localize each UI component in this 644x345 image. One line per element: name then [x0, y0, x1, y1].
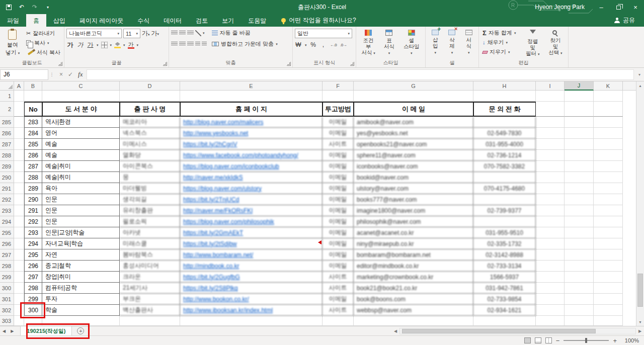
cell-E1[interactable]	[180, 91, 323, 102]
font-size-select[interactable]: 11▾	[123, 29, 140, 38]
cell-A293[interactable]	[14, 205, 24, 216]
cell-I300[interactable]	[536, 283, 565, 294]
align-right-button[interactable]	[187, 42, 194, 46]
cell-E288[interactable]: https://www.facebook.com/photoandyhong/	[180, 150, 323, 161]
column-header-F[interactable]: F	[323, 81, 354, 91]
cell-D303[interactable]	[120, 316, 180, 326]
cell-E294[interactable]: https://blog.naver.com/philosophik	[180, 216, 323, 227]
cell-G300[interactable]: book21@book21.co.kr	[354, 283, 473, 294]
orientation-button[interactable]	[195, 30, 201, 36]
cell-C289[interactable]: 예술|취미	[42, 161, 120, 172]
align-left-button[interactable]	[171, 42, 178, 46]
column-header-K[interactable]: K	[594, 81, 623, 91]
cell-A285[interactable]	[14, 117, 24, 128]
cell-G290[interactable]: bookid@naver.com	[354, 172, 473, 183]
format-as-table-button[interactable]: 표서식 ▾	[380, 29, 398, 56]
row-header-301[interactable]: 301	[0, 294, 14, 305]
cell-I292[interactable]	[536, 194, 565, 205]
alignment-dialog-launcher[interactable]	[287, 62, 291, 66]
cell-E292[interactable]: https://bit.ly/2TnjUCd	[180, 194, 323, 205]
cell-D285[interactable]: 메코리아	[120, 117, 180, 128]
column-header-D[interactable]: D	[120, 81, 180, 91]
cell-I287[interactable]	[536, 139, 565, 150]
column-header-E[interactable]: E	[180, 81, 323, 91]
cell-H294[interactable]	[473, 216, 536, 227]
cell-D293[interactable]: 유리창출판	[120, 205, 180, 216]
cell-D299[interactable]: 크라운	[120, 272, 180, 283]
cell-C297[interactable]: 자연	[42, 249, 120, 261]
format-painter-button[interactable]: 서식 복사	[25, 48, 62, 57]
scroll-up-icon[interactable]: ▲	[636, 81, 644, 90]
column-header-C[interactable]: C	[42, 81, 120, 91]
cell-G1[interactable]	[354, 91, 473, 102]
cell-J303[interactable]	[565, 316, 594, 326]
align-middle-button[interactable]	[179, 31, 186, 35]
cell-H289[interactable]: 070-7582-3382	[473, 161, 536, 172]
redo-button[interactable]: ↷	[31, 4, 38, 11]
cell-G303[interactable]	[354, 316, 473, 326]
cell-A2[interactable]	[14, 102, 24, 117]
align-top-button[interactable]	[171, 31, 178, 35]
increase-decimal-button[interactable]: ←.0	[330, 43, 337, 47]
scroll-down-icon[interactable]: ▼	[636, 318, 644, 326]
horizontal-scrollbar[interactable]: ◀ ▶	[391, 326, 644, 335]
cell-K299[interactable]	[594, 272, 623, 283]
page-layout-view-button[interactable]	[535, 337, 541, 343]
cell-D289[interactable]: 아이콘북스	[120, 161, 180, 172]
cell-E296[interactable]: https://bit.ly/2tSdjbw	[180, 238, 323, 249]
cell-B294[interactable]: 292	[24, 216, 42, 227]
cell-C286[interactable]: 영어	[42, 128, 120, 139]
number-dialog-launcher[interactable]	[350, 62, 354, 66]
cell-I295[interactable]	[536, 227, 565, 238]
cell-C296[interactable]: 자녀교육|학습	[42, 238, 120, 249]
cell-C299[interactable]: 창업|취미	[42, 272, 120, 283]
cell-J297[interactable]	[565, 249, 594, 261]
italic-button[interactable]: 가	[76, 41, 84, 49]
cell-I293[interactable]	[536, 205, 565, 216]
cell-B285[interactable]: 283	[24, 117, 42, 128]
cell-C300[interactable]: 컴퓨터|공학	[42, 283, 120, 294]
tab-보기[interactable]: 보기	[215, 14, 241, 27]
cell-J287[interactable]	[565, 139, 594, 150]
cell-J301[interactable]	[565, 294, 594, 305]
row-header-291[interactable]: 291	[0, 183, 14, 194]
cell-A291[interactable]	[14, 183, 24, 194]
cell-D294[interactable]: 필로소픽	[120, 216, 180, 227]
cell-K291[interactable]	[594, 183, 623, 194]
restore-button[interactable]	[610, 0, 627, 14]
cell-K294[interactable]	[594, 216, 623, 227]
cell-F301[interactable]: 이메일	[323, 294, 354, 305]
cell-D291[interactable]: 마더웰빙	[120, 183, 180, 194]
cell-F295[interactable]: 이메일	[323, 227, 354, 238]
cell-F293[interactable]: 이메일	[323, 205, 354, 216]
cell-G292[interactable]: books777@naver.com	[354, 194, 473, 205]
cell-I302[interactable]	[536, 305, 565, 316]
formula-input[interactable]	[87, 69, 634, 80]
font-name-select[interactable]: 나눔바른고딕▾	[66, 29, 122, 38]
cell-I296[interactable]	[536, 238, 565, 249]
cell-I298[interactable]	[536, 261, 565, 272]
align-center-button[interactable]	[179, 42, 186, 46]
cell-J289[interactable]	[565, 161, 594, 172]
clipboard-dialog-launcher[interactable]	[58, 62, 62, 66]
scroll-left-icon[interactable]: ◀	[391, 329, 399, 333]
row-header-297[interactable]: 297	[0, 249, 14, 261]
cell-D297[interactable]: 봄바람북스	[120, 249, 180, 261]
cell-J296[interactable]	[565, 238, 594, 249]
cell-G297[interactable]: bombaram@bombaram.net	[354, 249, 473, 261]
decrease-decimal-button[interactable]: .0→	[340, 43, 347, 47]
row-header-293[interactable]: 293	[0, 205, 14, 216]
cell-E301[interactable]: http://www.bookon.co.kr/	[180, 294, 323, 305]
cell-K300[interactable]	[594, 283, 623, 294]
cell-J2[interactable]	[565, 102, 594, 117]
cell-K293[interactable]	[594, 205, 623, 216]
cell-K285[interactable]	[594, 117, 623, 128]
cell-D286[interactable]: 넥스북스	[120, 128, 180, 139]
cell-H300[interactable]: 031-942-7861	[473, 283, 536, 294]
zoom-slider[interactable]	[564, 340, 609, 341]
paste-button[interactable]: 붙여넣기 ▾	[2, 29, 23, 57]
cell-K296[interactable]	[594, 238, 623, 249]
insert-function-button[interactable]: fx	[78, 70, 83, 78]
row-header-1[interactable]: 1	[0, 91, 14, 102]
cell-J298[interactable]	[565, 261, 594, 272]
